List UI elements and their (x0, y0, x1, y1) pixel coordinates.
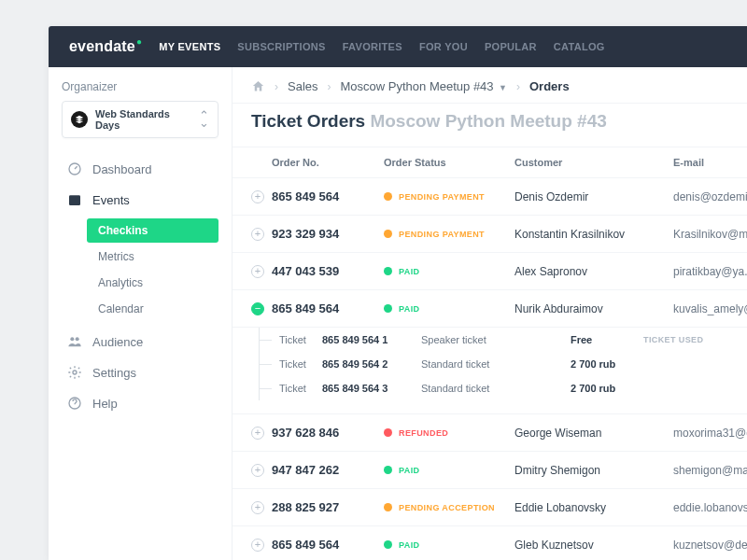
breadcrumb: › Sales › Moscow Python Meetup #43 ▼ › O… (233, 67, 747, 103)
sidebar-label: Events (92, 193, 130, 207)
people-icon (67, 334, 82, 349)
brand-text: evendate (69, 38, 135, 55)
svg-point-3 (70, 337, 74, 341)
nav-link[interactable]: FAVORITES (343, 41, 402, 52)
breadcrumb-event[interactable]: Moscow Python Meetup #43 ▼ (341, 79, 507, 93)
nav-link[interactable]: FOR YOU (419, 41, 468, 52)
status-dot-icon (384, 230, 392, 238)
ticket-row[interactable]: Ticket865 849 564 1Speaker ticketFreeTIC… (251, 328, 728, 352)
status-dot-icon (384, 304, 392, 313)
status-dot-icon (384, 428, 392, 437)
ticket-id: 865 849 564 2 (322, 358, 421, 370)
table-row[interactable]: +865 849 564PENDING PAYMENTDenis Ozdemir… (233, 178, 747, 216)
expand-toggle[interactable]: + (251, 501, 264, 514)
expand-toggle[interactable]: + (251, 427, 264, 440)
org-name: Web Standards Days (95, 108, 191, 131)
sidebar-item-help[interactable]: Help (62, 389, 218, 417)
submenu-item-metrics[interactable]: Metrics (87, 245, 218, 269)
order-number: 447 043 539 (272, 264, 384, 278)
order-status: PAID (384, 466, 514, 475)
customer-email: moxorima31@gmail.com (673, 427, 747, 440)
ticket-type: Standard ticket (421, 383, 571, 394)
nav-link[interactable]: SUBSCRIPTIONS (237, 41, 325, 52)
customer-email: kuvalis_amely@mail.com (673, 302, 747, 315)
table-row[interactable]: +923 329 934PENDING PAYMENTKonstantin Kr… (233, 216, 747, 253)
customer-name: George Wiseman (514, 427, 673, 440)
customer-email: kuznetsov@design.ru (673, 539, 747, 552)
chevron-right-icon: › (328, 80, 331, 93)
chevron-right-icon: › (516, 80, 520, 93)
status-dot-icon (384, 503, 392, 511)
expand-toggle[interactable]: + (251, 190, 264, 203)
sidebar-item-settings[interactable]: Settings (62, 358, 218, 386)
ticket-label: Ticket (279, 334, 322, 345)
expand-toggle[interactable]: + (251, 539, 264, 552)
ticket-id: 865 849 564 3 (322, 383, 421, 394)
sidebar-label: Help (92, 397, 118, 411)
submenu-item-checkins[interactable]: Checkins (87, 218, 218, 243)
ticket-row[interactable]: Ticket865 849 564 2Standard ticket2 700 … (251, 352, 728, 376)
submenu-item-calendar[interactable]: Calendar (87, 297, 218, 321)
calendar-icon (67, 192, 82, 207)
order-status: PAID (384, 267, 514, 276)
col-order-no[interactable]: Order No. (272, 157, 384, 168)
ticket-price: 2 700 rub (571, 383, 643, 394)
customer-name: Dmitry Shemigon (514, 464, 673, 477)
nav-link[interactable]: MY EVENTS (159, 41, 220, 52)
status-text: PENDING PAYMENT (399, 192, 485, 202)
top-nav: evendate● MY EVENTSSUBSCRIPTIONSFAVORITE… (49, 26, 747, 67)
col-customer[interactable]: Customer (514, 157, 673, 168)
order-number: 865 849 564 (272, 301, 384, 315)
order-status: PAID (384, 540, 514, 550)
orders-table[interactable]: +865 849 564PENDING PAYMENTDenis Ozdemir… (233, 178, 747, 560)
col-email[interactable]: E-mail (673, 157, 728, 168)
table-row[interactable]: +947 847 262PAIDDmitry Shemigonshemigon@… (233, 452, 747, 489)
expand-toggle[interactable]: − (251, 302, 264, 315)
customer-name: Gleb Kuznetsov (514, 539, 673, 552)
sidebar-item-dashboard[interactable]: Dashboard (62, 155, 218, 183)
expand-toggle[interactable]: + (251, 265, 264, 278)
chevron-right-icon: › (275, 80, 278, 93)
ticket-list: Ticket865 849 564 1Speaker ticketFreeTIC… (233, 328, 747, 414)
submenu-item-analytics[interactable]: Analytics (87, 271, 218, 295)
svg-point-4 (76, 337, 79, 341)
nav-link[interactable]: CATALOG (554, 41, 605, 52)
order-status: PENDING ACCEPTION (384, 503, 514, 512)
ticket-type: Speaker ticket (421, 334, 571, 345)
status-text: REFUNDED (399, 428, 448, 438)
org-selector[interactable]: Web Standards Days ⌃⌄ (62, 101, 218, 138)
brand-logo[interactable]: evendate● (69, 38, 142, 55)
nav-links: MY EVENTSSUBSCRIPTIONSFAVORITESFOR YOUPO… (159, 41, 604, 52)
table-row[interactable]: +865 849 564PAIDGleb Kuznetsovkuznetsov@… (233, 526, 747, 560)
ticket-label: Ticket (279, 358, 322, 370)
gauge-icon (67, 161, 82, 176)
col-order-status[interactable]: Order Status (384, 157, 514, 168)
title-context: Moscow Python Meetup #43 (370, 111, 606, 131)
order-status: PENDING PAYMENT (384, 230, 514, 239)
ticket-label: Ticket (279, 383, 322, 394)
status-text: PAID (399, 540, 419, 550)
table-row[interactable]: −865 849 564PAIDNurik Abduraimovkuvalis_… (233, 290, 747, 328)
order-status: REFUNDED (384, 428, 514, 438)
nav-link[interactable]: POPULAR (485, 41, 537, 52)
svg-point-5 (73, 371, 77, 374)
status-text: PAID (399, 304, 419, 314)
customer-email: eddie.lobanovsky@me.com (673, 501, 747, 514)
home-icon[interactable] (251, 79, 265, 93)
sidebar-item-events[interactable]: Events (62, 186, 218, 214)
expand-toggle[interactable]: + (251, 228, 264, 241)
sidebar-label: Dashboard (92, 162, 152, 176)
expand-toggle[interactable]: + (251, 464, 264, 477)
breadcrumb-sales[interactable]: Sales (288, 79, 318, 93)
sidebar-item-audience[interactable]: Audience (62, 328, 218, 356)
table-row[interactable]: +937 628 846REFUNDEDGeorge Wisemanmoxori… (233, 414, 747, 452)
ticket-price: 2 700 rub (571, 358, 643, 370)
table-row[interactable]: +447 043 539PAIDAlex Sapronovpiratikbay@… (233, 253, 747, 290)
help-icon (67, 396, 82, 411)
customer-email: shemigon@mail.ru (673, 464, 747, 477)
customer-email: piratikbay@ya.ru (673, 265, 747, 278)
status-text: PAID (399, 267, 419, 276)
order-number: 947 847 262 (272, 463, 384, 477)
table-row[interactable]: +288 825 927PENDING ACCEPTIONEddie Loban… (233, 489, 747, 526)
ticket-row[interactable]: Ticket865 849 564 3Standard ticket2 700 … (251, 376, 728, 400)
